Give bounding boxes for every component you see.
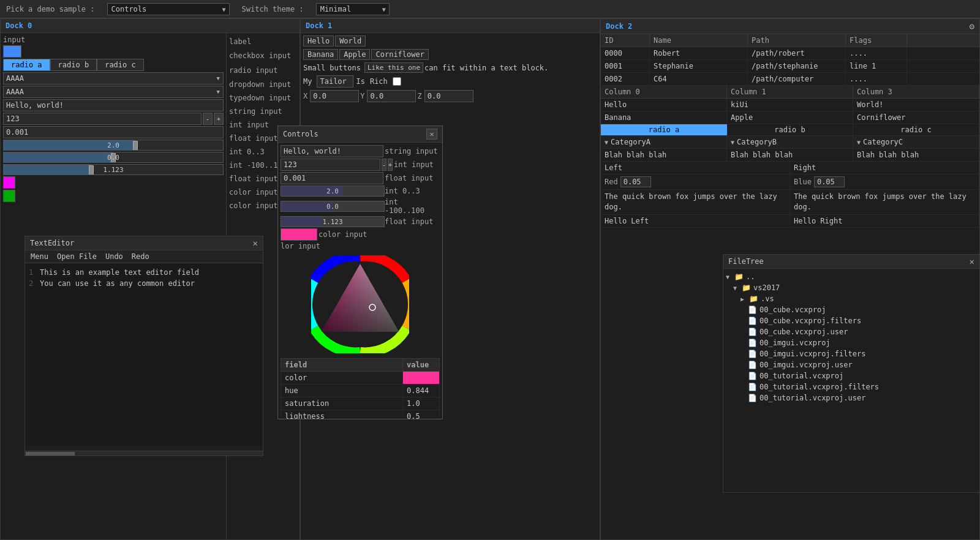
gear-icon[interactable]: ⚙ (970, 21, 974, 31)
y-input[interactable] (367, 90, 416, 102)
world-cell: World! (853, 99, 979, 111)
dotdot-arrow: ▼ (726, 274, 732, 280)
value-header: value (403, 359, 440, 372)
red-label: Red (605, 178, 618, 186)
x-input[interactable] (310, 90, 359, 102)
float-input[interactable] (3, 126, 224, 138)
controls-modal-close[interactable]: ✕ (426, 129, 437, 140)
tree-item-dotdot[interactable]: ▼ 📁 .. (726, 271, 977, 282)
tree-item-vs[interactable]: ▶ 📁 .vs (726, 293, 977, 304)
tree-item-vs2017[interactable]: ▼ 📁 vs2017 (726, 282, 977, 293)
banana-tag[interactable]: Banana (303, 49, 338, 60)
cat-a-cell[interactable]: ▼ CategoryA (601, 136, 727, 148)
editor-scrollbar[interactable] (25, 451, 263, 456)
typedown-select[interactable]: AAAA (3, 86, 224, 98)
int-slider[interactable]: 2.0 (3, 140, 224, 151)
tree-file-cube-proj[interactable]: 📄 00_cube.vcxproj (726, 304, 977, 315)
int-input[interactable] (3, 113, 202, 125)
color-swatch-value[interactable] (403, 372, 440, 384)
table-row-1[interactable]: 0001 Stephanie /path/stephanie line 1 (601, 60, 979, 73)
blue-input[interactable] (814, 176, 845, 187)
tailor-input[interactable] (317, 75, 353, 88)
modal-string-input[interactable] (281, 145, 383, 157)
tree-file-imgui-proj[interactable]: 📄 00_imgui.vcxproj (726, 337, 977, 348)
radio-c-btn[interactable]: radio c (97, 59, 144, 71)
sat-field: saturation (281, 397, 403, 410)
corniflower-tag[interactable]: Corniflower (371, 49, 428, 60)
int-minus-btn[interactable]: - (203, 113, 213, 125)
xyz-row: X Y Z (303, 90, 597, 102)
radio-row: radio a radio b radio c (601, 124, 979, 136)
cat-b-cell[interactable]: ▼ CategoryB (727, 136, 853, 148)
apple-cell: Apple (727, 111, 853, 124)
svg-marker-3 (322, 264, 399, 332)
theme-select[interactable]: Minimal (316, 3, 390, 15)
color-input-2[interactable] (3, 190, 15, 202)
apple-tag[interactable]: Apple (339, 49, 370, 60)
para-left: The quick brown fox jumps over the lazy … (601, 190, 790, 214)
radio-a-btn[interactable]: radio a (3, 59, 50, 71)
tree-file-imgui-filters[interactable]: 📄 00_imgui.vcxproj.filters (726, 348, 977, 359)
int-slider2[interactable]: 0.0 (3, 152, 224, 163)
color-swatch-1[interactable] (3, 45, 21, 58)
z-input[interactable] (424, 90, 473, 102)
modal-slider2[interactable]: 0.0 (281, 201, 385, 212)
tree-file-tutorial-user[interactable]: 📄 00_tutorial.vcxproj.user (726, 392, 977, 403)
red-input[interactable] (620, 176, 651, 187)
float-slider[interactable]: 1.123 (3, 164, 224, 175)
row1-name: Stephanie (650, 60, 748, 72)
cat-c-cell[interactable]: ▼ CategoryC (853, 136, 979, 148)
filetree-close[interactable]: ✕ (970, 257, 974, 266)
color-wheel-container[interactable] (311, 255, 409, 353)
blah-1: Blah blah blah (601, 149, 727, 161)
colored-inputs-row: Red Blue (601, 174, 979, 190)
menu-menu[interactable]: Menu (29, 252, 50, 261)
color-wheel-svg[interactable] (311, 255, 409, 353)
radio-a-cell[interactable]: radio a (601, 124, 727, 135)
modal-int-plus[interactable]: + (388, 159, 393, 171)
modal-int-input[interactable] (281, 159, 380, 171)
dotdot-label: .. (746, 272, 755, 281)
text-editor-close[interactable]: ✕ (253, 238, 258, 248)
color-field: color (281, 372, 403, 384)
checkbox-label: checkbox input (229, 49, 297, 62)
dropdown-select[interactable]: AAAA (3, 72, 224, 84)
world-tag[interactable]: World (335, 36, 366, 47)
demo-sample-select[interactable]: Controls (107, 3, 230, 15)
modal-float-input[interactable] (281, 172, 383, 184)
modal-slider1[interactable]: 2.0 (281, 186, 385, 197)
table-row-0[interactable]: 0000 Robert /path/robert .... (601, 47, 979, 60)
controls-modal-title: Controls (283, 130, 318, 138)
undo-menu[interactable]: Undo (104, 252, 125, 261)
modal-color-swatch[interactable] (281, 228, 317, 241)
text-editor-area[interactable]: 1 This is an example text editor field 2… (25, 263, 263, 446)
row2-id: 0002 (601, 73, 650, 85)
modal-string-label: string input (385, 147, 440, 156)
radio-b-btn[interactable]: radio b (50, 59, 97, 71)
open-file-menu[interactable]: Open File (55, 252, 99, 261)
cat-a-label: CategoryA (611, 138, 650, 146)
tree-file-tutorial-filters[interactable]: 📄 00_tutorial.vcxproj.filters (726, 381, 977, 392)
col-data-row: Hello kiUi World! (601, 99, 979, 111)
radio-c-cell[interactable]: radio c (853, 124, 979, 135)
hscroll-thumb[interactable] (26, 452, 75, 456)
int-plus-btn[interactable]: + (214, 113, 224, 125)
table-row-2[interactable]: 0002 C64 /path/computer .... (601, 73, 979, 86)
row2-path: /path/computer (748, 73, 846, 85)
modal-int-minus[interactable]: - (382, 159, 386, 171)
string-input[interactable] (3, 99, 224, 111)
rich-checkbox[interactable] (393, 77, 401, 86)
redo-menu[interactable]: Redo (130, 252, 151, 261)
radio-b-cell[interactable]: radio b (727, 124, 853, 135)
tailor-row: My Is Rich (303, 75, 597, 88)
modal-float-slider[interactable]: 1.123 (281, 216, 385, 227)
tree-file-imgui-user[interactable]: 📄 00_imgui.vcxproj.user (726, 359, 977, 370)
hello-tag[interactable]: Hello (303, 36, 334, 47)
tree-file-cube-filters[interactable]: 📄 00_cube.vcxproj.filters (726, 315, 977, 326)
small-btn-1[interactable]: Like this one (364, 62, 423, 73)
hello-world-row: Hello World (303, 36, 597, 47)
tree-file-cube-user[interactable]: 📄 00_cube.vcxproj.user (726, 326, 977, 337)
tree-file-tutorial-proj[interactable]: 📄 00_tutorial.vcxproj (726, 370, 977, 381)
y-label: Y (360, 92, 364, 100)
color-input-1[interactable] (3, 176, 15, 189)
